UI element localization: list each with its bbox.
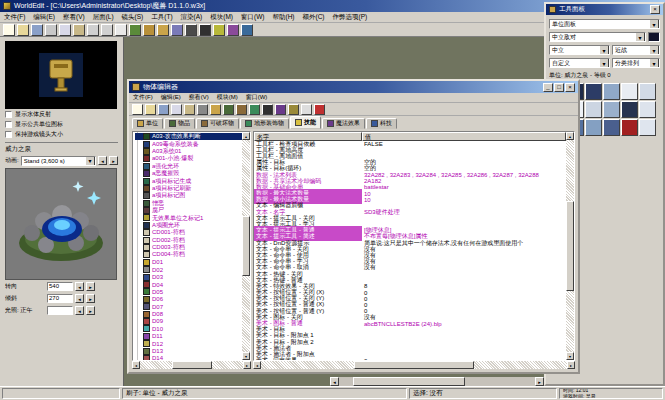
custom-select[interactable]: 自定义 [549, 58, 610, 68]
sound-editor-icon[interactable] [227, 24, 239, 36]
unit-button[interactable] [585, 83, 602, 100]
unit-button[interactable] [639, 101, 656, 118]
tab[interactable]: 单位 [132, 118, 163, 129]
tree-item[interactable]: D03 [135, 273, 242, 280]
menu-item[interactable]: 窗口(W) [242, 93, 272, 102]
close-icon[interactable]: × [565, 83, 575, 92]
table-row[interactable]: 美术 - 闪电效果 0 [254, 358, 566, 360]
undo-icon[interactable] [87, 24, 99, 36]
scroll-right-icon[interactable]: ▸ [567, 361, 575, 369]
menu-item[interactable]: 镜头(S) [118, 13, 148, 22]
field-value-input[interactable]: 540 [47, 282, 73, 291]
save-icon[interactable] [31, 24, 43, 36]
maximize-icon[interactable]: □ [554, 83, 564, 92]
minimize-icon[interactable]: _ [543, 83, 553, 92]
unit-button[interactable] [621, 119, 638, 136]
scroll-right-icon[interactable]: ▸ [243, 361, 251, 369]
new-icon[interactable] [3, 24, 15, 36]
viewport-hscrollbar[interactable]: ◂ ▸ [330, 377, 544, 386]
anim-prev-button[interactable]: ◂ [98, 156, 107, 165]
new-icon[interactable] [132, 104, 143, 115]
tree-item[interactable]: D04 [135, 281, 242, 288]
scroll-right-icon[interactable]: ▸ [535, 377, 544, 386]
tree-item[interactable]: D12 [135, 340, 242, 347]
menu-item[interactable]: 渲染(A) [177, 13, 207, 22]
menu-item[interactable]: 编辑(E) [157, 93, 185, 102]
animation-select[interactable]: Stand (3,600 s) [21, 156, 96, 166]
scrollbar-thumb[interactable] [354, 361, 474, 369]
buffs-tab-icon[interactable] [275, 104, 286, 115]
spin-up-button[interactable]: ▸ [86, 282, 95, 291]
player-select[interactable]: 中立敌对 [549, 32, 646, 42]
menu-item[interactable]: 文件(F) [129, 93, 157, 102]
items-tab-icon[interactable] [223, 104, 234, 115]
tree-item[interactable]: D09 [135, 318, 242, 325]
object-editor-icon[interactable] [199, 24, 211, 36]
scroll-left-icon[interactable]: ◂ [330, 377, 339, 386]
player-color-swatch[interactable] [648, 32, 660, 42]
tab[interactable]: 科技 [366, 118, 397, 129]
tab[interactable]: 物品 [164, 118, 195, 129]
menu-item[interactable]: 文件(F) [0, 13, 29, 22]
copy-icon[interactable] [59, 24, 71, 36]
region-palette-icon[interactable] [171, 24, 183, 36]
menu-item[interactable]: 察看(V) [185, 93, 213, 102]
paste-icon[interactable] [73, 24, 85, 36]
unit-button[interactable] [639, 83, 656, 100]
sort-select[interactable]: 分类排列 [612, 58, 660, 68]
copy-icon[interactable] [171, 104, 182, 115]
terrain-editor-icon[interactable] [129, 24, 141, 36]
tree-vscrollbar[interactable]: ▴ ▾ [242, 132, 250, 360]
unit-button[interactable] [621, 83, 638, 100]
tree-item[interactable]: CD004-符档 [135, 251, 242, 258]
unit-button[interactable] [639, 119, 656, 136]
spin-down-button[interactable]: ◂ [75, 282, 84, 291]
unit-button[interactable] [621, 101, 638, 118]
spin-down-button[interactable]: ◂ [75, 306, 84, 315]
save-icon[interactable] [158, 104, 169, 115]
tree-item[interactable]: D05 [135, 288, 242, 295]
spin-up-button[interactable]: ▸ [86, 306, 95, 315]
unit-button[interactable] [603, 119, 620, 136]
close-icon[interactable]: × [650, 5, 660, 14]
field-value-input[interactable]: 270 [47, 294, 73, 303]
scrollbar-thumb[interactable] [242, 216, 250, 276]
scroll-down-icon[interactable]: ▾ [242, 352, 250, 360]
menu-item[interactable]: 工具(T) [147, 13, 176, 22]
tree-item[interactable]: D13 [135, 347, 242, 354]
value-column-header[interactable]: 值 [362, 132, 566, 141]
scroll-up-icon[interactable]: ▴ [242, 132, 250, 140]
spin-down-button[interactable]: ◂ [75, 294, 84, 303]
tree-item[interactable]: D11 [135, 333, 242, 340]
scroll-up-icon[interactable]: ▴ [566, 132, 574, 140]
scrollbar-thumb[interactable] [172, 361, 212, 369]
abilities-tab-icon[interactable] [262, 104, 273, 115]
tree-item[interactable]: D01 [135, 259, 242, 266]
palette-type-select[interactable]: 单位面板 [549, 19, 660, 29]
doodads-tab-icon[interactable] [249, 104, 260, 115]
open-icon[interactable] [17, 24, 29, 36]
scroll-down-icon[interactable]: ▾ [566, 352, 574, 360]
camera-palette-icon[interactable] [185, 24, 197, 36]
display-values-icon[interactable] [197, 104, 208, 115]
redo-icon[interactable] [101, 24, 113, 36]
doodad-palette-icon[interactable] [143, 24, 155, 36]
tree-item[interactable]: D07 [135, 303, 242, 310]
unit-button[interactable] [603, 101, 620, 118]
menu-item[interactable]: 窗口(W) [237, 13, 268, 22]
tree-item[interactable]: D14 [135, 355, 242, 360]
unit-model-preview[interactable] [5, 168, 117, 280]
race-select[interactable]: 中立 [549, 45, 610, 55]
field-value-input[interactable] [47, 306, 73, 315]
destructibles-tab-icon[interactable] [236, 104, 247, 115]
name-column-header[interactable]: 名字 [254, 132, 362, 141]
trigger-editor-icon[interactable] [213, 24, 225, 36]
scroll-left-icon[interactable]: ◂ [253, 361, 261, 369]
checkbox[interactable] [5, 111, 12, 118]
scroll-left-icon[interactable]: ◂ [132, 361, 140, 369]
menu-item[interactable]: 额外(C) [299, 13, 329, 22]
units-tab-icon[interactable] [210, 104, 221, 115]
open-icon[interactable] [145, 104, 156, 115]
menu-item[interactable]: 作弊选项(P) [329, 13, 372, 22]
tab[interactable]: 魔法效果 [322, 118, 365, 129]
